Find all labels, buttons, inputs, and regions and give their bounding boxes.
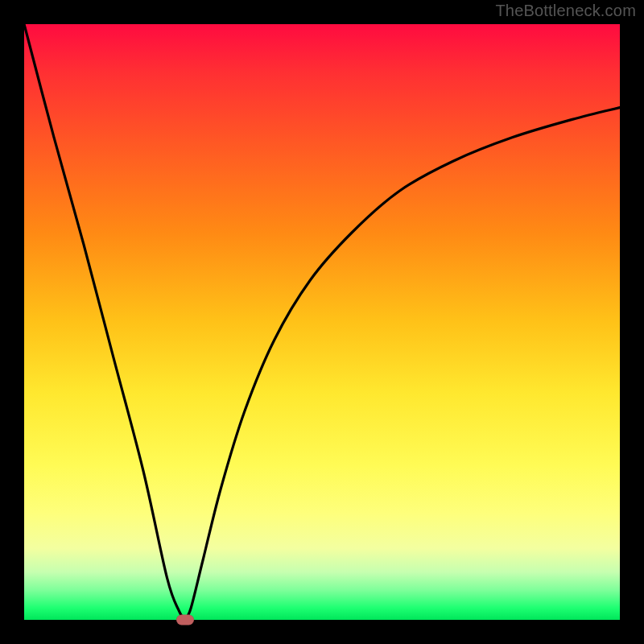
curve-layer <box>24 24 620 620</box>
optimum-marker <box>176 615 194 625</box>
plot-area <box>24 24 620 620</box>
watermark-text: TheBottleneck.com <box>495 2 636 20</box>
chart-frame: TheBottleneck.com <box>0 0 644 644</box>
right-branch-line <box>185 108 620 620</box>
left-branch-line <box>24 24 185 620</box>
